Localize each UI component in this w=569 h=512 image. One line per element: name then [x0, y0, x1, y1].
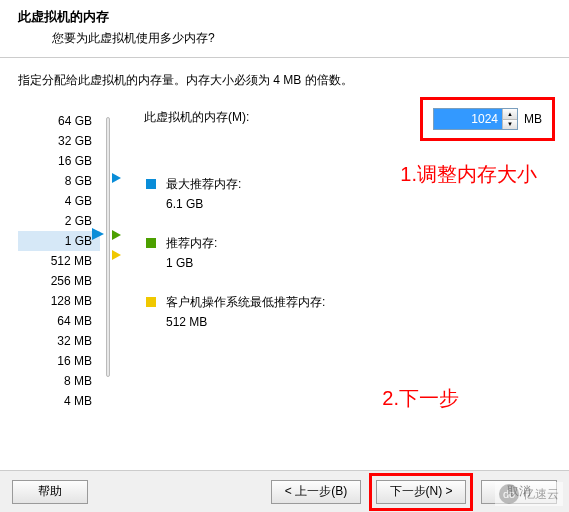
wizard-footer: 帮助 < 上一步(B) 下一步(N) > 取消	[0, 470, 569, 512]
slider-track[interactable]	[106, 117, 110, 377]
scale-label: 1 GB	[18, 231, 100, 251]
recommendation-label: 推荐内存:	[166, 235, 217, 252]
rec-marker-icon	[112, 230, 121, 240]
spinner-up-icon[interactable]: ▲	[503, 109, 517, 120]
min-marker-icon	[112, 250, 121, 260]
recommendation-value: 6.1 GB	[166, 197, 241, 211]
recommendation-label: 客户机操作系统最低推荐内存:	[166, 294, 325, 311]
scale-label: 16 GB	[18, 151, 100, 171]
memory-unit: MB	[524, 112, 542, 126]
instruction-text: 指定分配给此虚拟机的内存量。内存大小必须为 4 MB 的倍数。	[18, 72, 551, 89]
recommendation-row: 推荐内存:1 GB	[144, 235, 551, 270]
wizard-title: 此虚拟机的内存	[18, 8, 551, 26]
scale-label: 64 GB	[18, 111, 100, 131]
help-button[interactable]: 帮助	[12, 480, 88, 504]
wizard-subtitle: 您要为此虚拟机使用多少内存?	[18, 30, 551, 47]
scale-label: 16 MB	[18, 351, 100, 371]
memory-slider[interactable]	[100, 105, 130, 411]
next-button-highlight: 下一步(N) >	[369, 473, 473, 511]
scale-label: 128 MB	[18, 291, 100, 311]
watermark-text: 亿速云	[523, 486, 559, 503]
recommendation-row: 客户机操作系统最低推荐内存:512 MB	[144, 294, 551, 329]
wizard-header: 此虚拟机的内存 您要为此虚拟机使用多少内存?	[0, 0, 569, 58]
scale-label: 8 GB	[18, 171, 100, 191]
scale-label: 4 MB	[18, 391, 100, 411]
max-marker-icon	[112, 173, 121, 183]
annotation-1: 1.调整内存大小	[400, 161, 537, 188]
recommendation-value: 512 MB	[166, 315, 325, 329]
scale-label: 64 MB	[18, 311, 100, 331]
next-button[interactable]: 下一步(N) >	[376, 480, 466, 504]
annotation-2: 2.下一步	[382, 385, 459, 412]
recommendation-label: 最大推荐内存:	[166, 176, 241, 193]
info-column: 此虚拟机的内存(M): ▲ ▼ MB 最大推荐内存:6.1 GB推荐内存:1 G…	[130, 105, 551, 411]
green-square-icon	[146, 238, 156, 248]
wizard-content: 指定分配给此虚拟机的内存量。内存大小必须为 4 MB 的倍数。 64 GB32 …	[0, 58, 569, 421]
watermark-logo-icon: do	[499, 484, 519, 504]
scale-label: 256 MB	[18, 271, 100, 291]
yellow-square-icon	[146, 297, 156, 307]
slider-thumb-icon[interactable]	[92, 228, 104, 240]
scale-label: 512 MB	[18, 251, 100, 271]
scale-label: 8 MB	[18, 371, 100, 391]
scale-label: 2 GB	[18, 211, 100, 231]
memory-spinner[interactable]: ▲ ▼	[433, 108, 518, 130]
spinner-down-icon[interactable]: ▼	[503, 120, 517, 130]
memory-scale: 64 GB32 GB16 GB8 GB4 GB2 GB1 GB512 MB256…	[18, 105, 100, 411]
recommendation-value: 1 GB	[166, 256, 217, 270]
scale-label: 32 GB	[18, 131, 100, 151]
memory-input-highlight: ▲ ▼ MB	[420, 97, 555, 141]
scale-label: 32 MB	[18, 331, 100, 351]
watermark: do 亿速云	[495, 482, 563, 506]
scale-label: 4 GB	[18, 191, 100, 211]
back-button[interactable]: < 上一步(B)	[271, 480, 361, 504]
blue-square-icon	[146, 179, 156, 189]
memory-input[interactable]	[434, 109, 502, 129]
